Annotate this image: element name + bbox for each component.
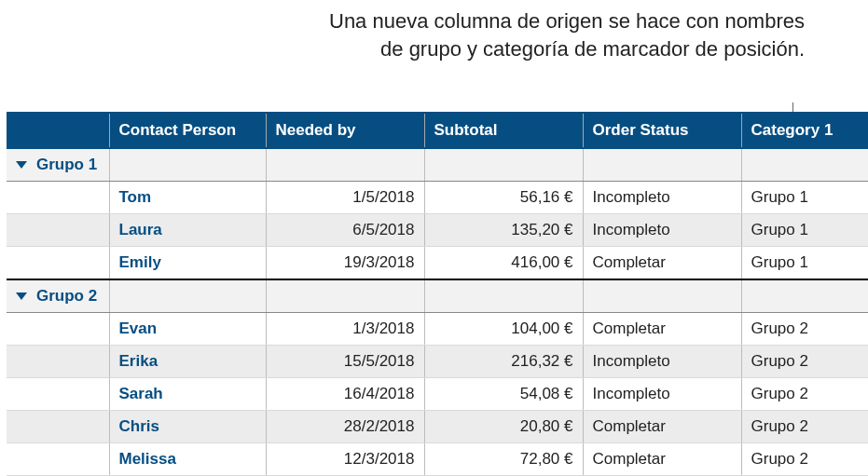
cell-contact: Chris <box>109 411 266 443</box>
cell-subtotal: 56,16 € <box>424 182 583 214</box>
cell-needed: 12/3/2018 <box>266 443 424 476</box>
header-needed: Needed by <box>266 113 424 148</box>
table-row: Laura 6/5/2018 135,20 € Incompleto Grupo… <box>7 214 868 247</box>
header-category: Category 1 <box>741 113 868 148</box>
data-table: Contact Person Needed by Subtotal Order … <box>7 112 868 476</box>
caption-text: Una nueva columna de origen se hace con … <box>329 7 805 62</box>
table-row: Evan 1/3/2018 104,00 € Completar Grupo 2 <box>7 313 868 346</box>
cell-subtotal: 416,00 € <box>424 247 583 280</box>
cell-status: Completar <box>583 411 741 443</box>
cell-subtotal: 104,00 € <box>424 313 583 346</box>
group-header-row[interactable]: Grupo 2 <box>7 279 868 313</box>
cell-needed: 6/5/2018 <box>266 214 424 247</box>
cell-needed: 1/3/2018 <box>266 313 424 346</box>
cell-status: Completar <box>583 443 741 476</box>
cell-status: Incompleto <box>583 378 741 411</box>
group-name: Grupo 2 <box>36 287 97 305</box>
cell-subtotal: 20,80 € <box>424 411 583 443</box>
cell-category: Grupo 2 <box>741 313 868 346</box>
table-row: Sarah 16/4/2018 54,08 € Incompleto Grupo… <box>7 378 868 411</box>
group-header-row[interactable]: Grupo 1 <box>7 148 868 182</box>
cell-needed: 19/3/2018 <box>266 247 424 280</box>
table-body: Grupo 1 Tom 1/5/2018 56,16 € Incompleto … <box>7 148 868 476</box>
table-row: Melissa 12/3/2018 72,80 € Completar Grup… <box>7 443 868 476</box>
header-blank <box>7 113 109 148</box>
cell-status: Completar <box>583 247 741 280</box>
cell-category: Grupo 2 <box>741 411 868 443</box>
header-subtotal: Subtotal <box>424 113 583 148</box>
chevron-down-icon <box>16 161 27 169</box>
cell-status: Incompleto <box>583 214 741 247</box>
group-name: Grupo 1 <box>36 156 97 173</box>
cell-category: Grupo 1 <box>741 182 868 214</box>
cell-contact: Evan <box>109 313 266 346</box>
group-toggle-cell[interactable]: Grupo 1 <box>7 148 109 182</box>
cell-subtotal: 135,20 € <box>424 214 583 247</box>
cell-category: Grupo 2 <box>741 443 868 476</box>
data-table-container: Contact Person Needed by Subtotal Order … <box>7 112 861 476</box>
table-row: Tom 1/5/2018 56,16 € Incompleto Grupo 1 <box>7 182 868 214</box>
header-status: Order Status <box>583 113 741 148</box>
cell-status: Completar <box>583 313 741 346</box>
table-row: Erika 15/5/2018 216,32 € Incompleto Grup… <box>7 346 868 378</box>
chevron-down-icon <box>16 292 27 300</box>
cell-category: Grupo 1 <box>741 214 868 247</box>
cell-contact: Sarah <box>109 378 266 411</box>
cell-needed: 16/4/2018 <box>266 378 424 411</box>
group-toggle-cell[interactable]: Grupo 2 <box>7 279 109 313</box>
table-header-row: Contact Person Needed by Subtotal Order … <box>7 113 868 148</box>
cell-status: Incompleto <box>583 346 741 378</box>
cell-needed: 28/2/2018 <box>266 411 424 443</box>
cell-category: Grupo 1 <box>741 247 868 280</box>
cell-needed: 1/5/2018 <box>266 182 424 214</box>
cell-contact: Melissa <box>109 443 266 476</box>
cell-subtotal: 72,80 € <box>424 443 583 476</box>
cell-needed: 15/5/2018 <box>266 346 424 378</box>
cell-subtotal: 216,32 € <box>424 346 583 378</box>
cell-contact: Laura <box>109 214 266 247</box>
cell-contact: Emily <box>109 247 266 280</box>
table-row: Emily 19/3/2018 416,00 € Completar Grupo… <box>7 247 868 280</box>
cell-category: Grupo 2 <box>741 346 868 378</box>
cell-contact: Tom <box>109 182 266 214</box>
cell-subtotal: 54,08 € <box>424 378 583 411</box>
cell-category: Grupo 2 <box>741 378 868 411</box>
header-contact: Contact Person <box>109 113 266 148</box>
table-row: Chris 28/2/2018 20,80 € Completar Grupo … <box>7 411 868 443</box>
cell-status: Incompleto <box>583 182 741 214</box>
cell-contact: Erika <box>109 346 266 378</box>
